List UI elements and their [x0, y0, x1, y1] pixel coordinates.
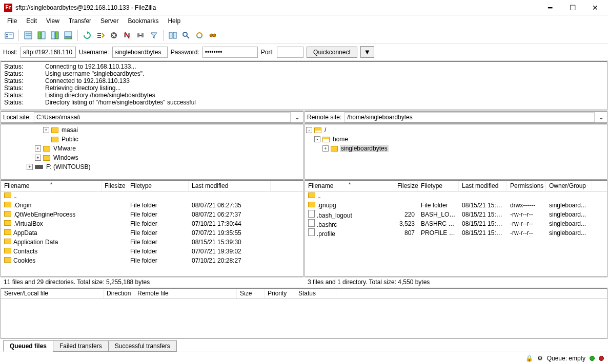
local-path-input[interactable]	[34, 112, 291, 122]
file-row[interactable]: AppDataFile folder07/07/21 19:35:55	[1, 228, 303, 238]
column-header[interactable]: Status	[295, 289, 336, 298]
process-queue-button[interactable]	[94, 29, 107, 41]
svg-rect-1	[6, 34, 8, 35]
toggle-local-tree-button[interactable]	[35, 29, 48, 41]
tree-node[interactable]: -home	[306, 135, 606, 144]
menu-transfer[interactable]: Transfer	[65, 16, 95, 26]
reconnect-button[interactable]	[134, 29, 147, 41]
queue-tab[interactable]: Failed transfers	[53, 340, 109, 352]
menu-edit[interactable]: Edit	[22, 16, 41, 26]
file-icon	[308, 210, 315, 218]
column-header[interactable]: Filetype	[418, 181, 459, 191]
remote-tree[interactable]: -/-home+singleboardbytes	[305, 123, 607, 180]
column-header[interactable]: Last modified	[189, 181, 271, 191]
queue-tab[interactable]: Successful transfers	[108, 340, 177, 352]
menu-help[interactable]: Help	[164, 16, 185, 26]
menu-view[interactable]: View	[42, 16, 64, 26]
tree-toggle[interactable]: +	[322, 145, 329, 152]
remote-path-dropdown[interactable]: ⌄	[596, 114, 607, 121]
column-header[interactable]: Filetype	[127, 181, 189, 191]
password-input[interactable]	[202, 47, 258, 58]
filter-button[interactable]	[148, 29, 160, 41]
remote-path-input[interactable]	[344, 112, 595, 122]
column-header[interactable]: Priority	[265, 289, 295, 298]
file-icon	[308, 228, 315, 236]
tree-node[interactable]: +F: (WINTOUSB)	[2, 162, 302, 172]
tree-toggle[interactable]: +	[35, 155, 41, 161]
file-row[interactable]: ..	[1, 191, 303, 201]
file-row[interactable]: ..	[305, 191, 607, 201]
toggle-remote-tree-button[interactable]	[49, 29, 61, 41]
local-path-dropdown[interactable]: ⌄	[292, 114, 303, 121]
remote-file-list[interactable]: Filename▴FilesizeFiletypeLast modifiedPe…	[305, 180, 607, 277]
file-row[interactable]: .bashrc3,523BASHRC File08/15/21 15:44:..…	[305, 219, 607, 228]
column-header[interactable]: Filesize	[102, 181, 127, 191]
transfer-queue[interactable]: Server/Local fileDirectionRemote fileSiz…	[1, 288, 607, 339]
column-header[interactable]: Size	[237, 289, 265, 298]
tree-toggle[interactable]: -	[306, 127, 312, 133]
svg-rect-10	[55, 32, 58, 39]
file-row[interactable]: Application DataFile folder08/15/21 15:3…	[1, 238, 303, 247]
find-button[interactable]	[207, 29, 219, 41]
queue-tabs: Queued filesFailed transfersSuccessful t…	[0, 339, 608, 352]
column-header[interactable]: Direction	[104, 289, 134, 298]
tree-toggle[interactable]: +	[27, 164, 33, 170]
sync-browse-button[interactable]	[180, 29, 192, 41]
file-row[interactable]: .VirtualBoxFile folder07/10/21 17:30:44	[1, 219, 303, 228]
local-tree[interactable]: +masaiPublic+VMware+Windows+F: (WINTOUSB…	[1, 123, 303, 180]
username-input[interactable]	[112, 47, 168, 58]
port-input[interactable]	[277, 47, 303, 58]
tree-node[interactable]: Public	[2, 135, 302, 144]
quickconnect-dropdown[interactable]: ▼	[360, 46, 374, 58]
auto-sync-button[interactable]	[193, 29, 206, 41]
tree-node[interactable]: +VMware	[2, 144, 302, 153]
tree-toggle[interactable]: +	[35, 145, 41, 152]
message-log[interactable]: Status:Connecting to 192.168.110.133...S…	[1, 61, 607, 110]
cancel-button[interactable]	[108, 29, 120, 41]
tree-node[interactable]: +masai	[2, 125, 302, 135]
site-manager-button[interactable]	[3, 29, 15, 41]
quickconnect-button[interactable]: Quickconnect	[307, 47, 357, 58]
file-row[interactable]: .profile807PROFILE File08/15/21 15:44:..…	[305, 228, 607, 238]
tree-toggle[interactable]: -	[314, 136, 320, 142]
column-header[interactable]: Server/Local file	[1, 289, 104, 298]
close-button[interactable]: ✕	[589, 3, 602, 13]
queue-tab[interactable]: Queued files	[3, 340, 53, 352]
disconnect-button[interactable]	[121, 29, 133, 41]
toggle-queue-button[interactable]	[62, 29, 74, 41]
host-input[interactable]	[21, 47, 76, 58]
file-row[interactable]: .gnupgFile folder08/15/21 15:45:...drwx-…	[305, 201, 607, 210]
network-icon: ⚙	[537, 355, 543, 362]
file-row[interactable]: ContactsFile folder07/07/21 19:39:02	[1, 247, 303, 256]
file-cell-name: .bashrc	[305, 219, 394, 228]
menu-file[interactable]: File	[3, 16, 21, 26]
menu-server[interactable]: Server	[96, 16, 123, 26]
column-header[interactable]: Remote file	[134, 289, 237, 298]
file-row[interactable]: CookiesFile folder07/10/21 20:28:27	[1, 256, 303, 265]
tree-node[interactable]: +Windows	[2, 153, 302, 162]
column-header[interactable]: Filename▴	[305, 181, 394, 191]
tree-label: home	[332, 136, 349, 143]
refresh-button[interactable]	[81, 29, 93, 41]
tree-node[interactable]: -/	[306, 125, 606, 135]
column-header[interactable]: Permissions	[507, 181, 546, 191]
toggle-log-button[interactable]	[22, 29, 34, 41]
svg-rect-11	[65, 32, 72, 36]
svg-rect-3	[9, 34, 12, 35]
folder-icon	[4, 202, 11, 207]
column-header[interactable]: Last modified	[459, 181, 507, 191]
file-row[interactable]: .OriginFile folder08/07/21 06:27:35	[1, 201, 303, 210]
local-file-list[interactable]: Filename▴FilesizeFiletypeLast modified .…	[1, 180, 303, 277]
column-header[interactable]: Filename▴	[1, 181, 102, 191]
file-row[interactable]: .QtWebEngineProcessFile folder08/07/21 0…	[1, 210, 303, 219]
minimize-button[interactable]: ━	[543, 3, 557, 13]
menu-bookmarks[interactable]: Bookmarks	[124, 16, 163, 26]
tree-toggle[interactable]: +	[43, 127, 49, 133]
column-header[interactable]: Filesize	[394, 181, 418, 191]
column-header[interactable]: Owner/Group	[546, 181, 592, 191]
maximize-button[interactable]: ☐	[566, 3, 579, 13]
tree-label: singleboardbytes	[340, 145, 389, 152]
compare-button[interactable]	[167, 29, 179, 41]
file-row[interactable]: .bash_logout220BASH_LOG...08/15/21 15:44…	[305, 210, 607, 219]
tree-node[interactable]: +singleboardbytes	[306, 144, 606, 153]
